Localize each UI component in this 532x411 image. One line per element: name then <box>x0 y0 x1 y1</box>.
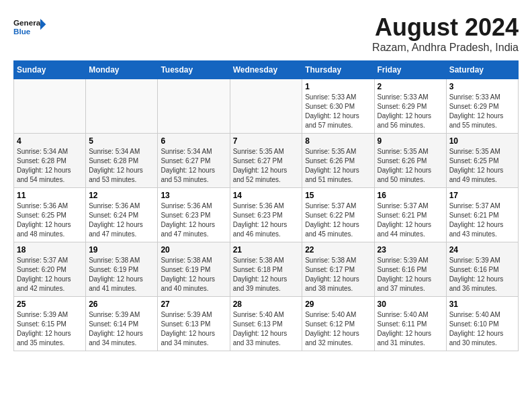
week-row-2: 4Sunrise: 5:34 AMSunset: 6:28 PMDaylight… <box>14 134 519 188</box>
day-number: 20 <box>161 245 226 255</box>
day-number: 24 <box>449 245 515 255</box>
calendar-cell: 30Sunrise: 5:40 AMSunset: 6:11 PMDayligh… <box>374 297 446 351</box>
day-info: Sunrise: 5:40 AMSunset: 6:13 PMDaylight:… <box>233 310 300 348</box>
day-info: Sunrise: 5:39 AMSunset: 6:14 PMDaylight:… <box>89 310 154 348</box>
day-info: Sunrise: 5:39 AMSunset: 6:15 PMDaylight:… <box>17 310 83 348</box>
calendar-cell: 3Sunrise: 5:33 AMSunset: 6:29 PMDaylight… <box>446 79 518 134</box>
svg-marker-2 <box>40 19 46 30</box>
day-number: 25 <box>17 300 83 309</box>
calendar-cell: 20Sunrise: 5:38 AMSunset: 6:19 PMDayligh… <box>158 242 230 297</box>
day-info: Sunrise: 5:37 AMSunset: 6:21 PMDaylight:… <box>378 201 443 239</box>
calendar-cell: 5Sunrise: 5:34 AMSunset: 6:28 PMDaylight… <box>86 134 158 188</box>
calendar-cell: 11Sunrise: 5:36 AMSunset: 6:25 PMDayligh… <box>14 188 86 242</box>
day-info: Sunrise: 5:40 AMSunset: 6:10 PMDaylight:… <box>449 310 515 348</box>
weekday-thursday: Thursday <box>302 61 374 79</box>
calendar-cell: 18Sunrise: 5:37 AMSunset: 6:20 PMDayligh… <box>14 242 86 297</box>
weekday-monday: Monday <box>86 61 158 79</box>
day-info: Sunrise: 5:39 AMSunset: 6:13 PMDaylight:… <box>161 310 226 348</box>
calendar-cell: 13Sunrise: 5:36 AMSunset: 6:23 PMDayligh… <box>158 188 230 242</box>
calendar-cell: 24Sunrise: 5:39 AMSunset: 6:16 PMDayligh… <box>446 242 518 297</box>
calendar-cell <box>230 79 302 134</box>
svg-text:General: General <box>13 18 42 27</box>
calendar-table: SundayMondayTuesdayWednesdayThursdayFrid… <box>13 60 519 351</box>
day-number: 11 <box>17 191 83 200</box>
day-info: Sunrise: 5:37 AMSunset: 6:20 PMDaylight:… <box>17 256 83 293</box>
day-number: 28 <box>233 300 300 309</box>
svg-text:Blue: Blue <box>13 27 31 36</box>
day-info: Sunrise: 5:35 AMSunset: 6:26 PMDaylight:… <box>378 147 443 185</box>
title-block: August 2024 Razam, Andhra Pradesh, India <box>372 13 519 54</box>
weekday-wednesday: Wednesday <box>230 61 302 79</box>
week-row-1: 1Sunrise: 5:33 AMSunset: 6:30 PMDaylight… <box>14 79 519 134</box>
weekday-saturday: Saturday <box>446 61 518 79</box>
calendar-cell: 12Sunrise: 5:36 AMSunset: 6:24 PMDayligh… <box>86 188 158 242</box>
weekday-friday: Friday <box>374 61 446 79</box>
day-number: 6 <box>161 136 226 146</box>
day-info: Sunrise: 5:37 AMSunset: 6:22 PMDaylight:… <box>305 201 371 239</box>
month-year-title: August 2024 <box>372 13 519 42</box>
calendar-cell: 23Sunrise: 5:39 AMSunset: 6:16 PMDayligh… <box>374 242 446 297</box>
day-number: 12 <box>89 191 154 200</box>
calendar-cell: 29Sunrise: 5:40 AMSunset: 6:12 PMDayligh… <box>302 297 374 351</box>
calendar-cell: 9Sunrise: 5:35 AMSunset: 6:26 PMDaylight… <box>374 134 446 188</box>
day-info: Sunrise: 5:36 AMSunset: 6:25 PMDaylight:… <box>17 201 83 239</box>
day-number: 3 <box>449 82 515 91</box>
day-number: 30 <box>378 300 443 309</box>
day-number: 10 <box>449 136 515 146</box>
calendar-cell: 8Sunrise: 5:35 AMSunset: 6:26 PMDaylight… <box>302 134 374 188</box>
day-info: Sunrise: 5:33 AMSunset: 6:29 PMDaylight:… <box>449 93 515 130</box>
calendar-cell <box>14 79 86 134</box>
calendar-cell <box>86 79 158 134</box>
calendar-cell: 10Sunrise: 5:35 AMSunset: 6:25 PMDayligh… <box>446 134 518 188</box>
day-number: 31 <box>449 300 515 309</box>
day-info: Sunrise: 5:34 AMSunset: 6:28 PMDaylight:… <box>89 147 154 185</box>
page-header: General Blue August 2024 Razam, Andhra P… <box>13 13 519 54</box>
day-info: Sunrise: 5:38 AMSunset: 6:19 PMDaylight:… <box>161 256 226 293</box>
day-number: 23 <box>378 245 443 255</box>
day-info: Sunrise: 5:34 AMSunset: 6:27 PMDaylight:… <box>161 147 226 185</box>
calendar-cell: 27Sunrise: 5:39 AMSunset: 6:13 PMDayligh… <box>158 297 230 351</box>
day-number: 4 <box>17 136 83 146</box>
day-number: 19 <box>89 245 154 255</box>
day-number: 26 <box>89 300 154 309</box>
calendar-body: 1Sunrise: 5:33 AMSunset: 6:30 PMDaylight… <box>14 79 519 351</box>
weekday-sunday: Sunday <box>14 61 86 79</box>
calendar-cell: 17Sunrise: 5:37 AMSunset: 6:21 PMDayligh… <box>446 188 518 242</box>
day-info: Sunrise: 5:36 AMSunset: 6:23 PMDaylight:… <box>233 201 300 239</box>
day-info: Sunrise: 5:35 AMSunset: 6:27 PMDaylight:… <box>233 147 300 185</box>
calendar-cell: 16Sunrise: 5:37 AMSunset: 6:21 PMDayligh… <box>374 188 446 242</box>
day-info: Sunrise: 5:35 AMSunset: 6:25 PMDaylight:… <box>449 147 515 185</box>
day-info: Sunrise: 5:33 AMSunset: 6:29 PMDaylight:… <box>378 93 443 130</box>
day-number: 16 <box>378 191 443 200</box>
day-number: 2 <box>378 82 443 91</box>
week-row-3: 11Sunrise: 5:36 AMSunset: 6:25 PMDayligh… <box>14 188 519 242</box>
day-info: Sunrise: 5:39 AMSunset: 6:16 PMDaylight:… <box>449 256 515 293</box>
day-info: Sunrise: 5:40 AMSunset: 6:12 PMDaylight:… <box>305 310 371 348</box>
calendar-cell: 22Sunrise: 5:38 AMSunset: 6:17 PMDayligh… <box>302 242 374 297</box>
calendar-cell: 6Sunrise: 5:34 AMSunset: 6:27 PMDaylight… <box>158 134 230 188</box>
weekday-header-row: SundayMondayTuesdayWednesdayThursdayFrid… <box>14 61 519 79</box>
calendar-cell: 4Sunrise: 5:34 AMSunset: 6:28 PMDaylight… <box>14 134 86 188</box>
calendar-cell: 21Sunrise: 5:38 AMSunset: 6:18 PMDayligh… <box>230 242 302 297</box>
day-number: 14 <box>233 191 300 200</box>
day-info: Sunrise: 5:38 AMSunset: 6:17 PMDaylight:… <box>305 256 371 293</box>
day-info: Sunrise: 5:33 AMSunset: 6:30 PMDaylight:… <box>305 93 371 130</box>
day-number: 7 <box>233 136 300 146</box>
calendar-cell: 25Sunrise: 5:39 AMSunset: 6:15 PMDayligh… <box>14 297 86 351</box>
day-number: 18 <box>17 245 83 255</box>
day-number: 9 <box>378 136 443 146</box>
day-number: 29 <box>305 300 371 309</box>
location-subtitle: Razam, Andhra Pradesh, India <box>372 42 519 54</box>
day-info: Sunrise: 5:34 AMSunset: 6:28 PMDaylight:… <box>17 147 83 185</box>
calendar-cell: 15Sunrise: 5:37 AMSunset: 6:22 PMDayligh… <box>302 188 374 242</box>
calendar-cell: 31Sunrise: 5:40 AMSunset: 6:10 PMDayligh… <box>446 297 518 351</box>
day-info: Sunrise: 5:37 AMSunset: 6:21 PMDaylight:… <box>449 201 515 239</box>
calendar-cell: 26Sunrise: 5:39 AMSunset: 6:14 PMDayligh… <box>86 297 158 351</box>
logo-icon: General Blue <box>13 13 47 40</box>
logo: General Blue <box>13 13 47 40</box>
calendar-cell: 2Sunrise: 5:33 AMSunset: 6:29 PMDaylight… <box>374 79 446 134</box>
day-info: Sunrise: 5:36 AMSunset: 6:24 PMDaylight:… <box>89 201 154 239</box>
day-info: Sunrise: 5:39 AMSunset: 6:16 PMDaylight:… <box>378 256 443 293</box>
calendar-cell: 1Sunrise: 5:33 AMSunset: 6:30 PMDaylight… <box>302 79 374 134</box>
day-info: Sunrise: 5:40 AMSunset: 6:11 PMDaylight:… <box>378 310 443 348</box>
